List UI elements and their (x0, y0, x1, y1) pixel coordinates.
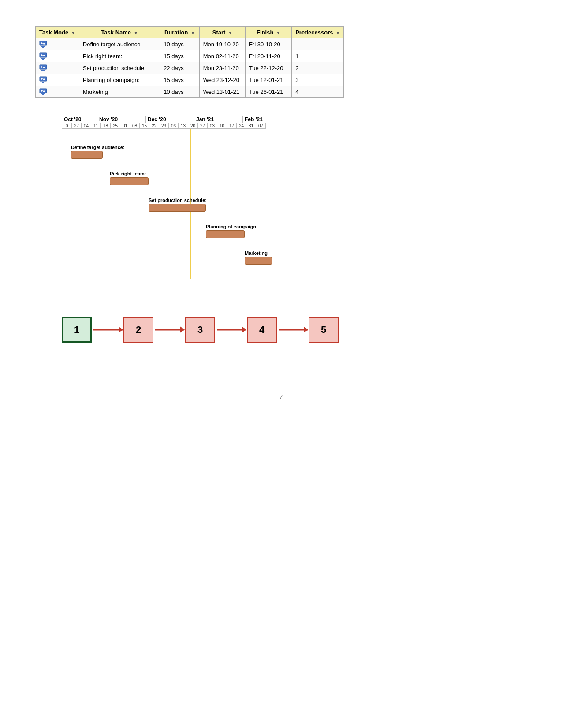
gantt-week-label: 27 (72, 123, 82, 129)
gantt-month-label: Nov '20 (97, 116, 146, 123)
cell-task-mode (36, 86, 79, 98)
cell-finish: Tue 22-12-20 (245, 62, 291, 74)
cell-finish: Tue 26-01-21 (245, 86, 291, 98)
gantt-month-label: Oct '20 (62, 116, 97, 123)
col-header-task-mode[interactable]: Task Mode ▼ (36, 27, 79, 38)
gantt-bar (110, 177, 149, 185)
filter-arrow-pred[interactable]: ▼ (336, 31, 340, 35)
cell-duration: 15 days (160, 74, 200, 86)
gantt-bar-label: Marketing (245, 250, 272, 256)
gantt-week-label: 25 (111, 123, 120, 129)
cell-task-mode (36, 38, 79, 50)
gantt-bar-label: Pick right team: (110, 171, 149, 176)
gantt-week-label: 27 (198, 123, 208, 129)
cell-start: Wed 23-12-20 (199, 74, 245, 86)
net-arrow (217, 329, 246, 330)
cell-task-name: Define target audience: (79, 38, 160, 50)
col-header-task-name[interactable]: Task Name ▼ (79, 27, 160, 38)
gantt-month-row: Oct '20Nov '20Dec '20Jan '21Feb '21 (62, 116, 335, 123)
task-table: Task Mode ▼ Task Name ▼ Duration ▼ Start… (35, 26, 344, 98)
gantt-week-label: 20 (188, 123, 198, 129)
gantt-week-label: 10 (217, 123, 227, 129)
cell-predecessors: 4 (292, 86, 344, 98)
net-node-4: 4 (247, 317, 277, 343)
col-header-finish[interactable]: Finish ▼ (245, 27, 291, 38)
gantt-bar-row: Planning of campaign: (62, 221, 267, 241)
col-header-predecessors[interactable]: Predecessors ▼ (292, 27, 344, 38)
cell-predecessors: 2 (292, 62, 344, 74)
cell-task-name: Marketing (79, 86, 160, 98)
gantt-bar-label: Define target audience: (71, 145, 125, 150)
net-node-2: 2 (123, 317, 153, 343)
col-header-duration[interactable]: Duration ▼ (160, 27, 200, 38)
svg-rect-16 (41, 82, 45, 82)
cell-duration: 10 days (160, 86, 200, 98)
cell-start: Mon 02-11-20 (199, 50, 245, 62)
svg-rect-12 (42, 71, 44, 71)
gantt-week-label: 0 (62, 123, 72, 129)
gantt-week-label: 08 (130, 123, 140, 129)
task-mode-icon (39, 52, 48, 60)
net-node-3: 3 (185, 317, 215, 343)
net-node-1: 1 (62, 317, 92, 343)
gantt-month-label: Jan '21 (194, 116, 243, 123)
task-mode-icon (39, 76, 48, 83)
cell-task-mode (36, 50, 79, 62)
filter-arrow-finish[interactable]: ▼ (276, 31, 280, 35)
gantt-week-label: 03 (208, 123, 217, 129)
gantt-week-label: 07 (256, 123, 266, 129)
gantt-bar (71, 151, 103, 159)
gantt-week-label: 15 (140, 123, 149, 129)
cell-finish: Tue 12-01-21 (245, 74, 291, 86)
svg-rect-17 (42, 82, 44, 83)
svg-rect-24 (43, 91, 45, 92)
gantt-week-label: 18 (101, 123, 111, 129)
filter-arrow-start[interactable]: ▼ (228, 31, 232, 35)
gantt-month-label: Dec '20 (146, 116, 194, 123)
gantt-bar (206, 230, 245, 238)
cell-task-name: Set production schedule: (79, 62, 160, 74)
gantt-week-label: 24 (237, 123, 246, 129)
gantt-body: Define target audience:Pick right team:S… (62, 129, 267, 279)
filter-arrow-task-name[interactable]: ▼ (134, 31, 138, 35)
gantt-bar-label: Planning of campaign: (206, 224, 258, 229)
cell-task-mode (36, 74, 79, 86)
net-arrow (155, 329, 184, 330)
svg-rect-22 (42, 94, 44, 95)
table-row: Define target audience:10 daysMon 19-10-… (36, 38, 344, 50)
cell-start: Mon 19-10-20 (199, 38, 245, 50)
svg-rect-14 (43, 67, 45, 68)
col-header-start[interactable]: Start ▼ (199, 27, 245, 38)
gantt-week-label: 29 (159, 123, 169, 129)
filter-arrow-task-mode[interactable]: ▼ (71, 31, 75, 35)
cell-predecessors: 1 (292, 50, 344, 62)
cell-duration: 22 days (160, 62, 200, 74)
gantt-bar-row: Pick right team: (62, 168, 267, 188)
cell-predecessors: 3 (292, 74, 344, 86)
gantt-bar-row: Set production schedule: (62, 195, 267, 214)
filter-arrow-duration[interactable]: ▼ (191, 31, 195, 35)
task-mode-icon (39, 64, 48, 71)
cell-start: Mon 23-11-20 (199, 62, 245, 74)
gantt-bar-row: Marketing (62, 248, 267, 267)
gantt-bar-label: Set production schedule: (149, 198, 207, 203)
network-diagram: 12345 (62, 301, 348, 358)
cell-finish: Fri 20-11-20 (245, 50, 291, 62)
svg-rect-2 (42, 47, 44, 48)
net-arrow (93, 329, 123, 330)
cell-duration: 10 days (160, 38, 200, 50)
gantt-week-label: 01 (120, 123, 130, 129)
cell-task-name: Pick right team: (79, 50, 160, 62)
gantt-month-label: Feb '21 (243, 116, 267, 123)
svg-rect-1 (41, 46, 45, 47)
net-node-5: 5 (309, 317, 339, 343)
gantt-week-row: 0270411182501081522290613202703101724310… (62, 123, 335, 129)
gantt-bar (245, 257, 272, 265)
cell-task-mode (36, 62, 79, 74)
gantt-week-label: 17 (227, 123, 237, 129)
cell-task-name: Planning of campaign: (79, 74, 160, 86)
cell-predecessors (292, 38, 344, 50)
table-row: Planning of campaign:15 daysWed 23-12-20… (36, 74, 344, 86)
task-mode-icon (39, 88, 48, 95)
gantt-bar-row: Define target audience: (62, 142, 267, 161)
